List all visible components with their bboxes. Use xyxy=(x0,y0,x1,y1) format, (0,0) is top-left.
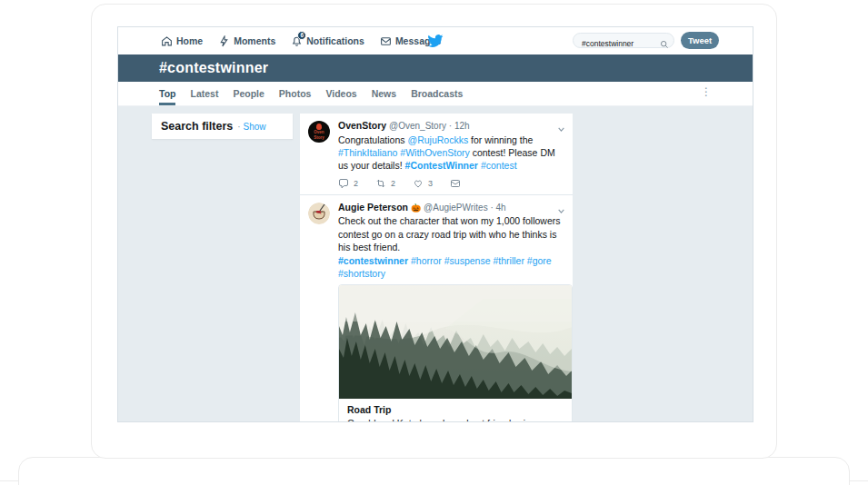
tweet-feed: Oven Story OvenStory @Oven_Story · 12h C… xyxy=(300,114,573,421)
top-navigation-bar: Home Moments 6 Notifications Messages xyxy=(118,27,753,54)
notification-badge: 6 xyxy=(297,31,306,40)
body-link[interactable]: #shortstory xyxy=(338,268,385,279)
body-link[interactable]: @RujuRockks xyxy=(407,134,468,145)
search-filters-panel: Search filters · Show xyxy=(152,114,293,139)
body-link[interactable]: #contestwinner xyxy=(338,255,408,266)
retweet-button[interactable]: 2 xyxy=(375,178,413,189)
text-segment: Check out the character that won my 1,00… xyxy=(338,215,563,252)
text-segment: Congratulations xyxy=(338,134,407,145)
heart-icon xyxy=(413,178,424,189)
tweet-body: Check out the character that won my 1,00… xyxy=(338,214,564,280)
search-result-header: #contestwinner xyxy=(118,54,753,82)
author-emoji: 🎃 xyxy=(411,203,421,213)
reply-icon xyxy=(338,178,349,189)
nav-item-label: Moments xyxy=(234,35,275,46)
link-description: Gerald and Kate have been best friends s… xyxy=(347,417,564,421)
more-options-icon[interactable]: ⋮ xyxy=(701,86,712,97)
body-link[interactable]: #gore xyxy=(527,255,552,266)
tweet-button[interactable]: Tweet xyxy=(681,32,719,49)
twitter-app-window: Home Moments 6 Notifications Messages xyxy=(117,26,753,422)
search-box xyxy=(573,33,674,48)
body-link[interactable]: #WithOvenStory xyxy=(400,147,469,158)
tweet-actions: 2 2 3 xyxy=(338,178,564,189)
avatar-augie-peterson[interactable] xyxy=(308,203,330,224)
text-segment: for winning the xyxy=(468,134,535,145)
chevron-down-icon[interactable] xyxy=(557,121,565,129)
flame-glyph xyxy=(316,124,322,130)
search-input[interactable] xyxy=(574,37,673,51)
avatar-ovenstory[interactable]: Oven Story xyxy=(308,121,330,143)
reply-button[interactable]: 2 xyxy=(338,178,375,189)
tweet-author-name[interactable]: Augie Peterson xyxy=(338,202,408,213)
like-count: 3 xyxy=(428,179,433,188)
ovenstory-logo: Oven Story xyxy=(308,121,330,143)
search-filters-title: Search filters xyxy=(161,120,233,133)
augie-avatar-art xyxy=(308,203,330,224)
tweet-author-name[interactable]: OvenStory xyxy=(338,120,386,131)
twitter-logo[interactable] xyxy=(428,34,444,49)
tweet-augie-peterson[interactable]: Augie Peterson 🎃 @AugiePWrites · 4h Chec… xyxy=(300,195,573,421)
tab-broadcasts[interactable]: Broadcasts xyxy=(411,82,463,105)
tab-photos[interactable]: Photos xyxy=(279,82,312,105)
tweet-author-handle[interactable]: @Oven_Story · 12h xyxy=(389,121,470,131)
tweet-body: Congratulations @RujuRockks for winning … xyxy=(338,134,564,173)
body-link[interactable]: #suspense xyxy=(444,255,491,266)
stacked-card-edge-middle xyxy=(18,457,850,485)
body-link[interactable]: #contest xyxy=(481,160,517,171)
like-button[interactable]: 3 xyxy=(413,178,450,189)
forest-photo xyxy=(339,285,572,399)
link-preview-text: Road Trip Gerald and Kate have been best… xyxy=(339,399,572,421)
tweet-timestamp: 12h xyxy=(454,121,470,131)
nav-item-home[interactable]: Home xyxy=(161,35,203,47)
body-link[interactable]: #ContestWinner xyxy=(405,160,478,171)
tab-latest[interactable]: Latest xyxy=(190,82,218,105)
link-preview-card[interactable]: Road Trip Gerald and Kate have been best… xyxy=(338,284,573,421)
tab-top[interactable]: Top xyxy=(159,82,175,105)
nav-item-notifications[interactable]: 6 Notifications xyxy=(291,35,364,47)
text-segment xyxy=(552,255,554,266)
body-link[interactable]: #horror xyxy=(411,255,442,266)
dm-button[interactable] xyxy=(450,178,487,189)
dm-icon xyxy=(450,178,461,189)
retweet-icon xyxy=(375,178,386,189)
tab-videos[interactable]: Videos xyxy=(325,82,356,105)
page-title: #contestwinner xyxy=(159,60,268,76)
nav-item-moments[interactable]: Moments xyxy=(218,35,275,47)
nav-item-label: Home xyxy=(176,35,203,46)
result-tabs: Top Latest People Photos Videos News Bro… xyxy=(118,82,753,106)
reply-count: 2 xyxy=(354,179,358,188)
tweet-ovenstory[interactable]: Oven Story OvenStory @Oven_Story · 12h C… xyxy=(300,114,573,195)
logo-text: Story xyxy=(314,135,324,140)
home-icon xyxy=(161,35,173,47)
body-link[interactable]: #thriller xyxy=(493,255,524,266)
tweet-author-handle[interactable]: @AugiePWrites · 4h xyxy=(424,203,506,213)
nav-item-label: Notifications xyxy=(306,35,364,46)
separator-dot: · xyxy=(237,122,240,132)
retweet-count: 2 xyxy=(391,179,395,188)
link-title: Road Trip xyxy=(347,404,564,415)
envelope-icon xyxy=(380,35,392,47)
tweet-timestamp: 4h xyxy=(496,203,506,213)
show-filters-link[interactable]: Show xyxy=(244,122,266,132)
lightning-icon xyxy=(218,35,230,47)
results-content: Search filters · Show Oven Story xyxy=(118,106,753,421)
search-icon[interactable] xyxy=(660,36,669,45)
chevron-down-icon[interactable] xyxy=(557,203,565,211)
screenshot-frame: Home Moments 6 Notifications Messages xyxy=(91,4,777,459)
tab-news[interactable]: News xyxy=(372,82,396,105)
tab-people[interactable]: People xyxy=(233,82,264,105)
body-link[interactable]: #ThinkItaliano xyxy=(338,147,397,158)
